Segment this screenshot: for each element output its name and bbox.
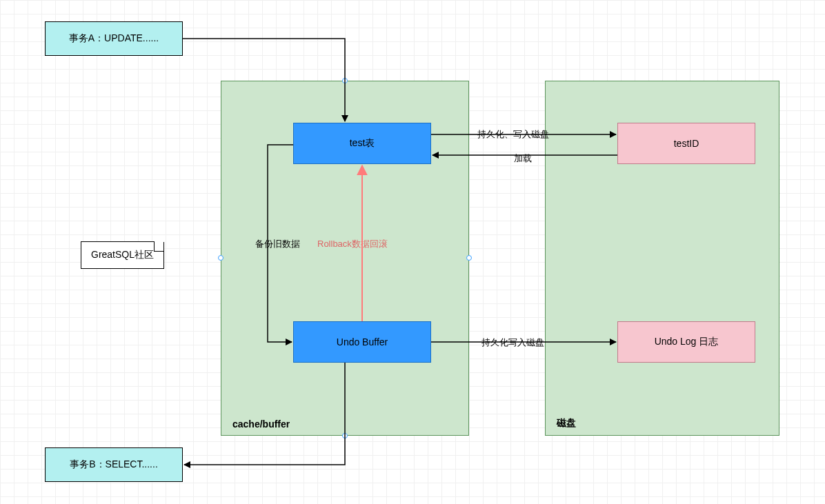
selection-handle[interactable] [466,255,472,261]
note-greatsql[interactable]: GreatSQL社区 [81,241,164,269]
container-disk-label: 磁盘 [557,417,576,430]
selection-handle[interactable] [342,78,348,83]
label-load: 加载 [514,152,532,165]
box-test-table-label: test表 [350,137,375,150]
note-greatsql-label: GreatSQL社区 [91,249,154,260]
box-undo-log-label: Undo Log 日志 [655,336,719,348]
box-transaction-b-label: 事务B：SELECT...... [70,458,158,471]
box-undo-log[interactable]: Undo Log 日志 [617,321,755,363]
label-persist-write: 持久化、写入磁盘 [477,128,549,141]
box-transaction-a-label: 事务A：UPDATE...... [69,32,159,45]
selection-handle[interactable] [342,433,348,439]
box-transaction-a[interactable]: 事务A：UPDATE...... [45,21,183,56]
box-test-table[interactable]: test表 [293,123,431,164]
container-cache-buffer-label: cache/buffer [232,419,290,430]
box-test-id-label: testID [674,138,699,149]
box-undo-buffer-label: Undo Buffer [337,336,388,347]
box-test-id[interactable]: testID [617,123,755,164]
box-transaction-b[interactable]: 事务B：SELECT...... [45,447,183,482]
label-persist-write2: 持久化写入磁盘 [481,336,544,349]
selection-handle[interactable] [218,255,223,261]
label-backup: 备份旧数据 [255,238,300,250]
label-rollback: Rollback数据回滚 [317,238,388,250]
box-undo-buffer[interactable]: Undo Buffer [293,321,431,363]
